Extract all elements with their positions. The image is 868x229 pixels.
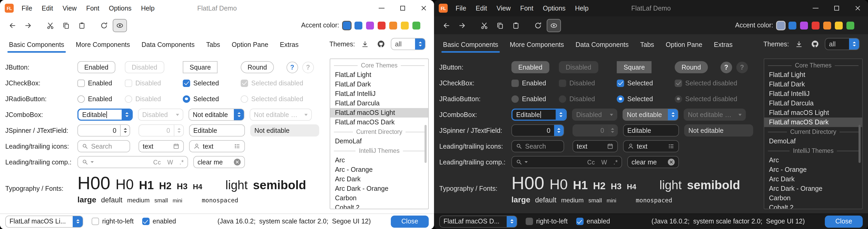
tab[interactable]: Option Pane bbox=[660, 37, 708, 53]
tab[interactable]: Extras bbox=[274, 37, 304, 53]
theme-list-item[interactable]: DemoLaf bbox=[330, 137, 428, 146]
theme-list-item[interactable]: Core Themes bbox=[764, 61, 862, 70]
accent-swatch[interactable] bbox=[835, 21, 843, 29]
close-button[interactable]: Close bbox=[825, 215, 863, 227]
checkbox-enabled[interactable]: Enabled bbox=[78, 79, 112, 87]
clear-icon[interactable] bbox=[668, 159, 675, 166]
spinner-arrows-icon[interactable] bbox=[554, 125, 564, 136]
theme-list-item[interactable]: Arc Dark bbox=[330, 174, 428, 184]
clearable-field[interactable]: clear me bbox=[627, 156, 679, 168]
list-icon[interactable] bbox=[668, 143, 675, 150]
cut-button[interactable] bbox=[43, 19, 57, 32]
theme-list-item[interactable]: Arc bbox=[330, 155, 428, 165]
theme-list-item[interactable]: FlatLaf Dark bbox=[330, 80, 428, 89]
menu-item[interactable]: Edit bbox=[37, 0, 58, 16]
theme-list-item[interactable]: IntelliJ Themes bbox=[764, 146, 862, 155]
enabled-button[interactable]: Enabled bbox=[512, 61, 549, 73]
whole-words-button[interactable]: W bbox=[167, 159, 173, 165]
search-field[interactable]: Search bbox=[78, 140, 130, 152]
user-field[interactable]: text bbox=[189, 140, 245, 152]
theme-list-item[interactable]: Arc - Orange bbox=[764, 165, 862, 174]
titlebar[interactable]: FL FileEditViewFontOptionsHelp FlatLaf D… bbox=[434, 0, 868, 16]
menu-item[interactable]: Font bbox=[516, 0, 538, 16]
theme-list-item[interactable]: Cobalt 2 bbox=[764, 203, 862, 209]
minimize-button[interactable] bbox=[805, 0, 826, 16]
enabled-button[interactable]: Enabled bbox=[78, 61, 115, 73]
tab[interactable]: More Components bbox=[70, 37, 136, 53]
accent-swatch[interactable] bbox=[788, 21, 796, 29]
right-to-left-checkbox[interactable]: right-to-left bbox=[92, 218, 134, 225]
maximize-button[interactable] bbox=[826, 0, 847, 16]
enabled-checkbox[interactable]: enabled bbox=[142, 218, 176, 225]
theme-list-item[interactable]: Cobalt 2 bbox=[330, 203, 428, 209]
accent-swatch[interactable] bbox=[389, 21, 397, 29]
help-button[interactable]: ? bbox=[286, 61, 298, 73]
clearable-field[interactable]: clear me bbox=[193, 156, 245, 168]
forward-button[interactable] bbox=[21, 19, 35, 32]
theme-list-item[interactable]: Current Directory bbox=[764, 127, 862, 137]
show-hidden-toggle-button[interactable] bbox=[113, 19, 127, 32]
theme-list-item[interactable]: Arc bbox=[764, 155, 862, 165]
calendar-icon[interactable] bbox=[173, 143, 180, 150]
radio-selected[interactable]: Selected bbox=[617, 95, 653, 103]
close-button[interactable]: Close bbox=[391, 215, 429, 227]
match-case-button[interactable]: Cc bbox=[587, 159, 595, 165]
enabled-checkbox[interactable]: enabled bbox=[576, 218, 610, 225]
menu-item[interactable]: Options bbox=[104, 0, 136, 16]
menu-item[interactable]: Edit bbox=[471, 0, 492, 16]
back-button[interactable] bbox=[5, 19, 20, 32]
accent-swatch[interactable] bbox=[777, 21, 785, 29]
date-field[interactable]: text bbox=[138, 140, 184, 152]
accent-swatch[interactable] bbox=[401, 21, 409, 29]
theme-list-item[interactable]: FlatLaf macOS Light bbox=[330, 108, 428, 117]
theme-list-item[interactable]: Arc Dark - Orange bbox=[330, 184, 428, 194]
back-button[interactable] bbox=[439, 19, 454, 32]
theme-list-item[interactable]: FlatLaf Light bbox=[764, 70, 862, 80]
spinner-arrows-icon[interactable] bbox=[120, 125, 130, 136]
square-button[interactable]: Square bbox=[617, 61, 652, 73]
menu-item[interactable]: Help bbox=[136, 0, 159, 16]
theme-list-item[interactable]: FlatLaf Darcula bbox=[330, 98, 428, 108]
help-button[interactable]: ? bbox=[720, 61, 732, 73]
theme-list-item[interactable]: Core Themes bbox=[330, 61, 428, 70]
forward-button[interactable] bbox=[455, 19, 469, 32]
checkbox-selected[interactable]: Selected bbox=[617, 79, 653, 87]
checkbox-selected[interactable]: Selected bbox=[183, 79, 219, 87]
theme-list-item[interactable]: FlatLaf Darcula bbox=[764, 98, 862, 108]
editable-combobox[interactable]: Editable bbox=[512, 109, 567, 121]
tab[interactable]: Basic Components bbox=[437, 37, 504, 53]
theme-list-item[interactable]: Carbon bbox=[764, 194, 862, 203]
right-to-left-checkbox[interactable]: right-to-left bbox=[526, 218, 568, 225]
spinner[interactable]: 0 bbox=[78, 124, 130, 137]
square-button[interactable]: Square bbox=[183, 61, 218, 73]
tab[interactable]: Extras bbox=[708, 37, 738, 53]
copy-button[interactable] bbox=[493, 19, 507, 32]
filter-search-field[interactable]: Cc W .* bbox=[78, 156, 188, 168]
regex-button[interactable]: .* bbox=[613, 159, 618, 165]
theme-list-item[interactable]: FlatLaf macOS Dark bbox=[764, 117, 862, 127]
accent-swatch[interactable] bbox=[354, 21, 362, 29]
menu-item[interactable]: Font bbox=[82, 0, 104, 16]
theme-list-item[interactable]: FlatLaf macOS Light bbox=[764, 108, 862, 117]
noneditable-combobox[interactable]: Not editable bbox=[189, 109, 244, 121]
copy-button[interactable] bbox=[59, 19, 73, 32]
theme-list-item[interactable]: IntelliJ Themes bbox=[330, 146, 428, 155]
list-icon[interactable] bbox=[234, 143, 241, 150]
theme-list-item[interactable]: Arc Dark bbox=[764, 174, 862, 184]
accent-swatch[interactable] bbox=[812, 21, 819, 29]
accent-swatch[interactable] bbox=[823, 21, 831, 29]
close-window-button[interactable] bbox=[847, 0, 868, 16]
theme-list-item[interactable]: Carbon bbox=[330, 194, 428, 203]
theme-list-item[interactable]: Current Directory bbox=[330, 127, 428, 137]
accent-swatch[interactable] bbox=[846, 21, 854, 29]
download-themes-button[interactable] bbox=[793, 37, 805, 51]
github-button[interactable] bbox=[809, 37, 820, 51]
menu-item[interactable]: Options bbox=[538, 0, 570, 16]
theme-list-item[interactable]: Arc Dark - Orange bbox=[764, 184, 862, 194]
tab[interactable]: Tabs bbox=[634, 37, 660, 53]
theme-list-item[interactable]: FlatLaf IntelliJ bbox=[330, 89, 428, 98]
download-themes-button[interactable] bbox=[359, 37, 371, 51]
tab[interactable]: Basic Components bbox=[3, 37, 70, 53]
radio-selected[interactable]: Selected bbox=[183, 95, 219, 103]
editable-textfield[interactable]: Editable bbox=[189, 124, 245, 137]
